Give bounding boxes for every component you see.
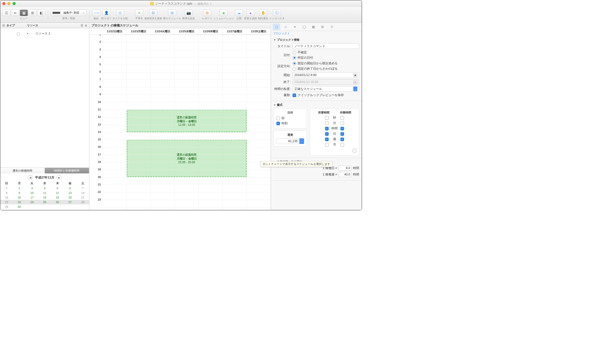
inspector-tab-task[interactable]: ≋ (291, 24, 299, 30)
minimize-window-button[interactable] (7, 2, 11, 5)
calendar-icon[interactable]: ▦ (353, 80, 357, 84)
dur-min[interactable] (325, 121, 329, 125)
start-date-input[interactable]: 2016/01/12 8:00▦ (293, 72, 359, 78)
violations-button[interactable]: ✋ (259, 9, 267, 16)
calendar-day[interactable]: 6 (64, 186, 77, 191)
calendar-day[interactable]: 30 (13, 204, 26, 209)
work-week[interactable] (340, 138, 344, 141)
calendar-day[interactable] (76, 204, 89, 209)
quicklook-checkbox[interactable] (293, 93, 296, 97)
inspector-tab-custom[interactable]: ⊞ (319, 24, 326, 30)
calendar-day[interactable] (51, 204, 64, 209)
view-gantt-button[interactable]: ☰ (2, 9, 11, 16)
calendar-day[interactable]: 24 (26, 200, 38, 204)
calendar-day[interactable]: 21 (76, 195, 89, 200)
calendar-day[interactable]: 9 (13, 191, 26, 195)
calendar-day[interactable]: 11 (38, 191, 51, 195)
calendar-day[interactable]: 18 (38, 195, 51, 200)
currency-input[interactable]: ¥1,235 (276, 138, 299, 144)
col-resource-header[interactable]: リソース (27, 24, 81, 27)
calendar-day[interactable]: 27 (64, 200, 77, 204)
chk-time[interactable] (276, 122, 280, 125)
calendar-day[interactable]: 4 (38, 186, 51, 191)
calendar-day[interactable]: 15 (0, 195, 13, 200)
work-block-1[interactable]: 通常の稼働時間 月曜日 – 金曜日 11:00 - 14:00 (127, 110, 247, 132)
calendar-day[interactable]: 13 (64, 191, 77, 195)
calendar-day[interactable]: 5 (51, 186, 64, 191)
section-format[interactable]: 書式 (274, 103, 359, 107)
set-baseline-button[interactable]: 📷 (184, 9, 193, 16)
gantt-schedule-checkbox[interactable] (353, 149, 356, 152)
simulation-button[interactable]: ◈ (220, 9, 228, 16)
calendar-day[interactable]: 10 (26, 191, 38, 195)
view-network-button[interactable]: ⊞ (28, 9, 37, 16)
work-month[interactable] (340, 143, 344, 147)
dur-day[interactable] (325, 132, 329, 136)
assign-button[interactable]: 👤 (102, 9, 110, 16)
calendar-day[interactable] (26, 204, 38, 209)
view-styles-button[interactable]: ◧ (37, 9, 45, 16)
calendar-day[interactable]: 22 (0, 200, 13, 204)
radio-undetermined[interactable] (293, 51, 296, 54)
end-date-input[interactable]: 2016/01/12 20:00▦ (293, 79, 359, 85)
work-block-2[interactable]: 通常の稼働時間 月曜日 – 金曜日 15:00 - 20:00 (127, 140, 247, 177)
calendar-day[interactable]: 2 (13, 186, 26, 191)
calendar-day[interactable]: 14 (76, 191, 89, 195)
dur-week[interactable] (325, 138, 329, 141)
col-type-header[interactable]: タイプ (6, 24, 27, 27)
day-column[interactable] (103, 35, 127, 210)
calendar-day[interactable]: 19 (51, 195, 64, 200)
connect-button[interactable]: ⟶ (92, 9, 100, 16)
calendar-day[interactable]: 29 (0, 204, 13, 209)
calendar-day[interactable]: 25 (38, 200, 51, 204)
currency-dropdown[interactable]: ⌄ (299, 138, 304, 144)
tab-extra-hours[interactable]: 時間外と非稼働時間 (45, 168, 89, 173)
calendar-day[interactable]: 26 (51, 200, 64, 204)
resource-row[interactable]: ◯ • リソース 1 (2, 30, 87, 37)
view-calendar-button[interactable]: ▦ (20, 9, 28, 16)
conv-day-input[interactable]: 8.0 (339, 165, 351, 171)
report-button[interactable]: ⊞ (203, 9, 211, 16)
inspector-tab-milestone[interactable]: ◇ (282, 24, 289, 30)
work-min[interactable] (340, 121, 344, 125)
dur-hour[interactable] (325, 127, 329, 130)
calendar-icon[interactable]: ▦ (353, 73, 357, 77)
update-progress-button[interactable]: ⊟ (149, 9, 157, 16)
calendar-day[interactable]: 28 (76, 200, 89, 204)
cal-prev-button[interactable]: ◀ (27, 175, 33, 180)
calendar-day[interactable]: 23 (13, 200, 26, 204)
work-sec[interactable] (340, 116, 344, 120)
conv-week-input[interactable]: 40.0 (339, 172, 351, 177)
inspector-tab-project[interactable]: ▢ (273, 24, 280, 30)
section-project-info[interactable]: プロジェクト情報 (274, 38, 359, 42)
split-task-button[interactable]: ⊟ (116, 9, 124, 16)
dur-sec[interactable] (325, 116, 329, 120)
project-title-input[interactable]: ノーティラスコマンド (293, 43, 359, 49)
work-day[interactable] (340, 132, 344, 136)
cal-next-button[interactable]: ▶ (56, 175, 62, 180)
calendar-day[interactable]: 16 (13, 195, 26, 200)
calendar-day[interactable]: 7 (76, 186, 89, 191)
calendar-day[interactable]: 3 (26, 186, 38, 191)
filter-icon[interactable]: ⋔ (85, 24, 87, 27)
close-window-button[interactable] (2, 2, 5, 5)
zoom-window-button[interactable] (13, 2, 16, 5)
columns-icon[interactable]: ☰ (81, 24, 83, 27)
baseline-selector[interactable]: 編集中: 実績 ⌄ (51, 9, 87, 16)
tab-normal-hours[interactable]: 通常の稼働時間 (0, 168, 45, 173)
level-button[interactable]: ≡ (135, 9, 143, 16)
day-column[interactable] (247, 35, 271, 210)
track-changes-button[interactable]: ▲ (246, 9, 255, 16)
calendar-day[interactable] (64, 204, 77, 209)
inspector-button[interactable]: ⓘ (273, 9, 281, 16)
radio-direction-backward[interactable] (293, 67, 296, 71)
publish-button[interactable]: ☁ (235, 9, 243, 16)
calendar-day[interactable]: 20 (64, 195, 77, 200)
inspector-tab-attach[interactable]: ⎘ (328, 24, 336, 30)
inspector-tab-resource[interactable]: ◯ (300, 24, 308, 30)
calendar-day[interactable] (38, 204, 51, 209)
dur-month[interactable] (325, 143, 329, 147)
calendar-day[interactable]: 17 (26, 195, 38, 200)
radio-direction-forward[interactable] (293, 62, 296, 65)
reschedule-button[interactable]: ⊟ (168, 9, 176, 16)
